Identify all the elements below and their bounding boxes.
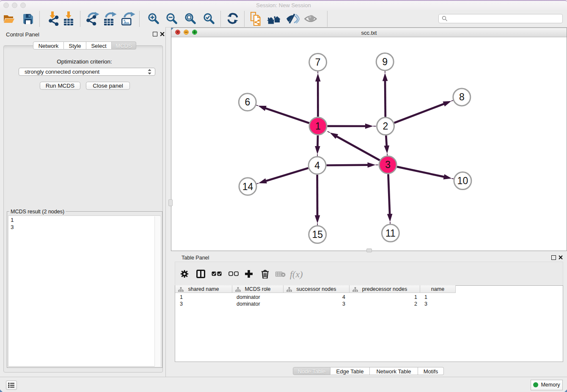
svg-text:11: 11 bbox=[385, 228, 396, 239]
svg-text:2: 2 bbox=[383, 121, 388, 132]
svg-text:8: 8 bbox=[459, 91, 465, 102]
svg-text:15: 15 bbox=[312, 229, 323, 240]
svg-text:6: 6 bbox=[245, 97, 250, 108]
svg-text:4: 4 bbox=[314, 160, 320, 171]
svg-text:1: 1 bbox=[315, 121, 321, 132]
svg-text:10: 10 bbox=[457, 175, 468, 186]
svg-text:9: 9 bbox=[382, 56, 388, 67]
svg-text:7: 7 bbox=[315, 57, 321, 68]
svg-text:3: 3 bbox=[385, 159, 391, 170]
svg-text:14: 14 bbox=[242, 181, 253, 192]
